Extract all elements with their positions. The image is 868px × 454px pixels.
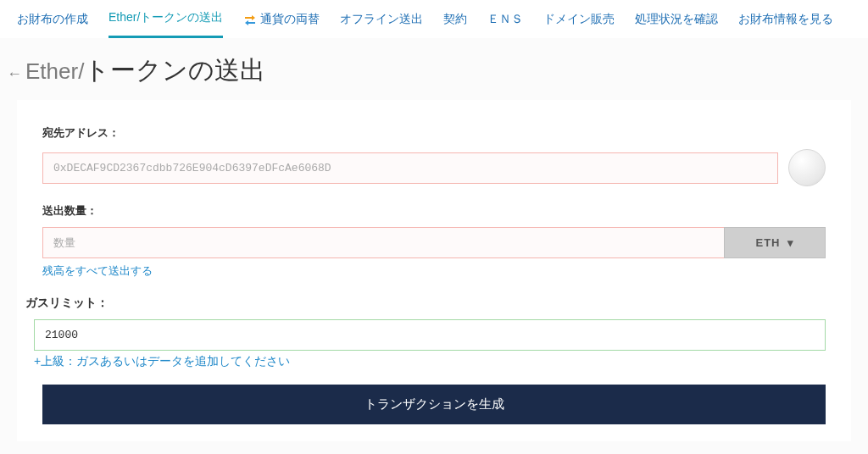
nav-create-wallet[interactable]: お財布の作成 [17, 12, 88, 37]
amount-input[interactable] [42, 227, 724, 258]
nav-send-ether[interactable]: Ether/トークンの送出 [108, 10, 223, 38]
amount-label: 送出数量： [42, 203, 826, 219]
main-nav: お財布の作成 Ether/トークンの送出 通貨の両替 オフライン送出 契約 ＥＮ… [0, 0, 868, 38]
nav-offline-send[interactable]: オフライン送出 [340, 12, 423, 37]
address-input[interactable] [42, 152, 778, 184]
currency-label: ETH [756, 236, 781, 249]
generate-transaction-button[interactable]: トランザクションを生成 [42, 385, 826, 424]
gas-section: ガスリミット： +上級：ガスあるいはデータを追加してください [34, 296, 826, 385]
exchange-icon [243, 14, 257, 25]
nav-ens[interactable]: ＥＮＳ [487, 12, 523, 37]
nav-exchange-label: 通貨の両替 [260, 12, 320, 27]
address-label: 宛先アドレス： [42, 125, 826, 141]
nav-view-wallet[interactable]: お財布情報を見る [738, 12, 833, 37]
send-panel: 宛先アドレス： 送出数量： ETH ▾ 残高をすべて送出する ガスリミット： +… [17, 100, 851, 441]
chevron-down-icon: ▾ [787, 236, 794, 249]
gas-label: ガスリミット： [25, 296, 826, 311]
page-title-row: ← Ether/トークンの送出 [0, 38, 868, 100]
nav-tx-status[interactable]: 処理状況を確認 [635, 12, 718, 37]
address-input-row [42, 149, 826, 186]
amount-field-row: 送出数量： ETH ▾ 残高をすべて送出する [42, 203, 826, 279]
nav-domain-sale[interactable]: ドメイン販売 [543, 12, 615, 37]
page-title: Ether/トークンの送出 [25, 53, 265, 88]
page-title-prefix: Ether/ [25, 58, 84, 84]
nav-exchange[interactable]: 通貨の両替 [243, 12, 320, 37]
back-arrow-icon[interactable]: ← [7, 65, 22, 83]
currency-dropdown[interactable]: ETH ▾ [724, 227, 826, 258]
address-identicon-icon [788, 149, 826, 186]
nav-contract[interactable]: 契約 [443, 12, 467, 37]
page-title-main: トークンの送出 [84, 56, 265, 84]
send-all-link[interactable]: 残高をすべて送出する [42, 263, 153, 279]
amount-input-row: ETH ▾ [42, 227, 826, 258]
address-field-row: 宛先アドレス： [42, 125, 826, 186]
gas-limit-input[interactable] [34, 319, 826, 351]
advanced-options-link[interactable]: +上級：ガスあるいはデータを追加してください [34, 354, 290, 369]
